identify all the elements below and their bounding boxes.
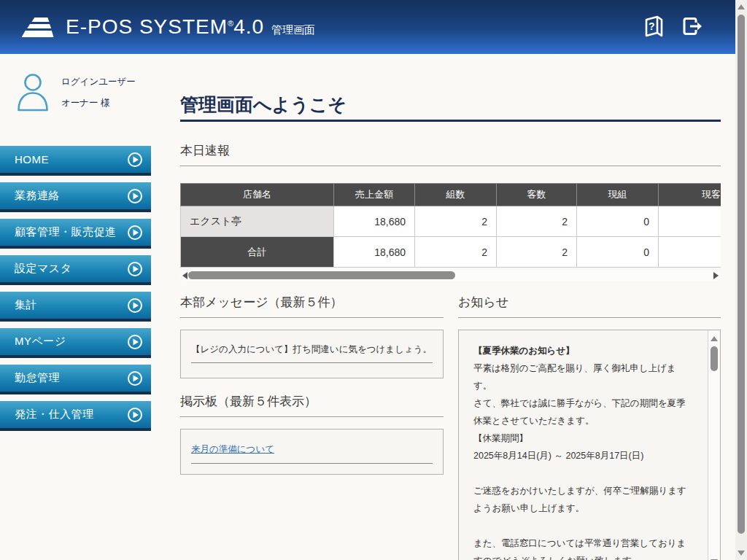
app-title: E-POS SYSTEM®4.0 管理画面 (66, 15, 315, 39)
app-logo: E-POS SYSTEM®4.0 管理画面 (22, 14, 315, 40)
sales-amount-cell: 18,680 (334, 206, 415, 237)
help-manual-icon: ? (644, 15, 664, 37)
play-circle-icon (127, 298, 143, 314)
board-box: 来月の準備について (180, 429, 444, 475)
sidebar-item-home[interactable]: HOME (0, 146, 151, 176)
notice-body: 平素は格別のご高配を賜り、厚く御礼申し上げます。 さて、弊社では誠に勝手ながら、… (473, 359, 694, 560)
horizontal-scrollbar-thumb[interactable] (188, 271, 455, 279)
notice-title: 【夏季休業のお知らせ】 (473, 342, 694, 359)
total-current-groups-cell: 0 (577, 237, 659, 268)
sidebar-item-settei-master[interactable]: 設定マスタ (0, 255, 151, 285)
sidebar-menu: HOME 業務連絡 顧客管理・販売促進 設定マスタ 集計 MYページ 勤怠管理 (0, 146, 151, 438)
table-horizontal-scrollbar[interactable] (180, 270, 721, 281)
col-guests: 客数 (497, 184, 577, 206)
total-current-guests-cell (659, 237, 721, 268)
main-content: 管理画面へようこそ 本日速報 店舗名 売上金額 組数 客数 現組 現客 エクスト… (180, 54, 721, 560)
board-item: 来月の準備について (191, 429, 433, 464)
notice-content: 【夏季休業のお知らせ】 平素は格別のご高配を賜り、厚く御礼申し上げます。 さて、… (459, 330, 720, 560)
header-actions: ? (644, 15, 705, 39)
col-groups: 組数 (415, 184, 497, 206)
col-store-name: 店舗名 (181, 184, 334, 206)
menu-label: 勤怠管理 (15, 371, 60, 385)
help-manual-button[interactable]: ? (644, 15, 664, 39)
notice-heading: お知らせ (458, 295, 721, 318)
play-circle-icon (127, 407, 143, 423)
table-header-row: 店舗名 売上金額 組数 客数 現組 現客 (181, 184, 721, 206)
flash-report-table: 店舗名 売上金額 組数 客数 現組 現客 エクスト亭 18,680 2 2 0 … (180, 183, 721, 268)
sidebar-item-my-page[interactable]: MYページ (0, 328, 151, 358)
col-sales-amount: 売上金額 (334, 184, 415, 206)
guests-cell: 2 (497, 206, 577, 237)
menu-label: 顧客管理・販売促進 (15, 225, 117, 239)
left-column: 本部メッセージ（最新５件） 【レジの入力について】打ち間違いに気をつけましょう。… (180, 295, 444, 560)
login-user-panel: ログインユーザー オーナー 様 (16, 71, 136, 112)
brand-version: 4.0 (233, 15, 264, 39)
store-name-cell: エクスト亭 (181, 206, 334, 237)
page-title: 管理画面へようこそ (180, 93, 721, 122)
total-sales-cell: 18,680 (334, 237, 415, 268)
hq-message-heading: 本部メッセージ（最新５件） (180, 295, 444, 318)
col-current-groups: 現組 (577, 184, 659, 206)
page-scrollbar-thumb[interactable] (738, 15, 745, 534)
notice-scrollbar-thumb[interactable] (711, 346, 718, 371)
login-user-text: ログインユーザー オーナー 様 (61, 71, 136, 112)
current-groups-cell: 0 (577, 206, 659, 237)
scroll-right-arrow-icon[interactable] (713, 272, 719, 279)
flash-report-heading: 本日速報 (180, 144, 721, 166)
login-user-name: オーナー 様 (61, 98, 110, 108)
sidebar-item-gyomu-renraku[interactable]: 業務連絡 (0, 182, 151, 212)
page-scroll-up-arrow-icon[interactable] (738, 4, 745, 9)
sidebar-item-hacchu-shiire[interactable]: 発注・仕入管理 (0, 401, 151, 431)
table-total-row: 合計 18,680 2 2 0 (181, 237, 721, 268)
total-label-cell: 合計 (181, 237, 334, 268)
scroll-up-arrow-icon[interactable] (711, 336, 718, 341)
logout-icon (681, 16, 705, 36)
menu-label: 発注・仕入管理 (15, 408, 94, 421)
board-heading: 掲示板（最新５件表示） (180, 394, 444, 417)
menu-label: 業務連絡 (15, 189, 60, 203)
hq-message-box: 【レジの入力について】打ち間違いに気をつけましょう。 (180, 330, 444, 378)
registered-mark: ® (228, 19, 233, 28)
menu-label: 集計 (15, 298, 37, 312)
right-column: お知らせ 【夏季休業のお知らせ】 平素は格別のご高配を賜り、厚く御礼申し上げます… (458, 295, 721, 560)
app-header: E-POS SYSTEM®4.0 管理画面 ? (0, 0, 735, 54)
play-circle-icon (127, 261, 143, 277)
table-row: エクスト亭 18,680 2 2 0 (181, 206, 721, 237)
groups-cell: 2 (415, 206, 497, 237)
board-item-link[interactable]: 来月の準備について (191, 444, 274, 454)
svg-text:?: ? (649, 20, 655, 32)
logout-button[interactable] (681, 16, 705, 39)
play-circle-icon (127, 152, 143, 168)
menu-label: MYページ (15, 335, 66, 349)
notice-box: 【夏季休業のお知らせ】 平素は格別のご高配を賜り、厚く御礼申し上げます。 さて、… (458, 330, 721, 560)
hq-message-item: 【レジの入力について】打ち間違いに気をつけましょう。 (191, 330, 433, 363)
epos-logo-icon (22, 14, 57, 40)
total-groups-cell: 2 (415, 237, 497, 268)
sidebar-item-kokyaku-hansoku[interactable]: 顧客管理・販売促進 (0, 219, 151, 249)
lower-columns: 本部メッセージ（最新５件） 【レジの入力について】打ち間違いに気をつけましょう。… (180, 295, 721, 560)
total-guests-cell: 2 (497, 237, 577, 268)
notice-vertical-scrollbar[interactable] (708, 330, 720, 560)
play-circle-icon (127, 225, 143, 241)
menu-label: 設定マスタ (15, 262, 72, 276)
admin-screen-label: 管理画面 (271, 23, 315, 37)
scroll-left-arrow-icon[interactable] (182, 272, 187, 279)
user-avatar-icon (16, 71, 50, 112)
current-guests-cell (659, 206, 721, 237)
brand-name: E-POS SYSTEM (66, 15, 228, 39)
sidebar-item-kintai-kanri[interactable]: 勤怠管理 (0, 365, 151, 394)
play-circle-icon (127, 370, 143, 386)
col-current-guests: 現客 (659, 184, 721, 206)
notice-item: 【夏季休業のお知らせ】 平素は格別のご高配を賜り、厚く御礼申し上げます。 さて、… (473, 342, 694, 560)
page-vertical-scrollbar[interactable] (735, 0, 747, 560)
page-scroll-down-arrow-icon[interactable] (738, 551, 745, 556)
play-circle-icon (127, 188, 143, 204)
flash-report-table-viewport: 店舗名 売上金額 組数 客数 現組 現客 エクスト亭 18,680 2 2 0 … (180, 183, 721, 268)
play-circle-icon (127, 334, 143, 350)
sidebar-item-shukei[interactable]: 集計 (0, 292, 151, 322)
menu-label: HOME (15, 153, 49, 166)
login-user-label: ログインユーザー (61, 76, 136, 88)
